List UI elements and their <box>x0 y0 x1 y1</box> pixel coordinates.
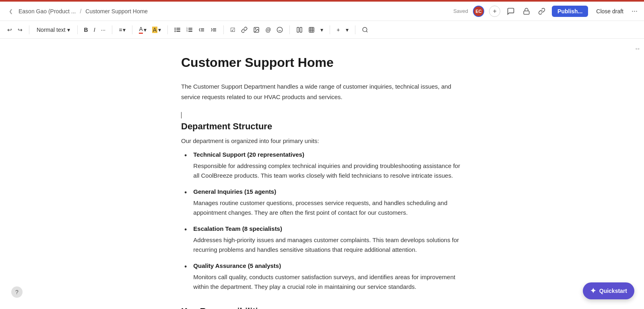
section-heading-responsibilities: Key Responsibilities <box>181 306 463 309</box>
italic-button[interactable]: I <box>91 25 98 35</box>
svg-rect-10 <box>188 29 192 30</box>
more-insert-group: + ▾ <box>334 25 351 35</box>
sep-4 <box>132 25 132 34</box>
redo-button[interactable]: ↪ <box>15 25 25 35</box>
align-chevron: ▾ <box>123 27 126 33</box>
list-item-content: Escalation Team (8 specialists) Addresse… <box>193 224 463 255</box>
breadcrumb-page[interactable]: Customer Support Home <box>85 8 148 15</box>
text-format-group: B I ··· <box>82 25 108 35</box>
sep-3 <box>112 25 112 34</box>
breadcrumb-separator: / <box>80 8 81 15</box>
section-heading-dept: Department Structure <box>181 121 463 132</box>
lock-icon[interactable] <box>521 6 532 17</box>
insert-plus-button[interactable]: + <box>334 25 342 35</box>
expand-handle[interactable]: ↔ <box>634 45 641 52</box>
sep-2 <box>77 25 78 34</box>
list-item-desc: Addresses high-priority issues and manag… <box>193 235 463 255</box>
font-color-chevron: ▾ <box>144 27 147 33</box>
emoji-button[interactable] <box>274 25 285 35</box>
list-item: Quality Assurance (5 analysts) Monitors … <box>184 261 463 292</box>
svg-rect-2 <box>176 28 180 29</box>
sep-8 <box>330 25 330 34</box>
list-item-desc: Responsible for addressing complex techn… <box>193 161 463 180</box>
list-item: General Inquiries (15 agents) Manages ro… <box>184 187 463 218</box>
quickstart-fab[interactable]: ✦ Quickstart <box>583 282 634 299</box>
text-style-dropdown[interactable]: Normal text ▾ <box>33 25 73 35</box>
undo-redo-group: ↩ ↪ <box>5 25 25 35</box>
bullet-list-button[interactable] <box>172 25 183 35</box>
link-icon[interactable] <box>537 6 547 17</box>
font-color-button[interactable]: A ▾ <box>136 24 149 35</box>
list-item-content: Technical Support (20 representatives) R… <box>193 150 463 180</box>
section-intro-dept: Our department is organized into four pr… <box>181 137 463 144</box>
svg-rect-24 <box>297 27 299 32</box>
search-toolbar-button[interactable] <box>359 25 371 35</box>
svg-rect-6 <box>176 31 180 32</box>
sep-7 <box>289 25 290 34</box>
toolbar: ↩ ↪ Normal text ▾ B I ··· ≡ ▾ A ▾ A ▾ <box>0 21 644 39</box>
section-dept-structure: Department Structure Our department is o… <box>181 121 463 292</box>
font-color-icon: A <box>139 26 142 34</box>
align-group: ≡ ▾ <box>116 25 128 35</box>
checkbox-button[interactable]: ☑ <box>228 25 238 35</box>
image-button[interactable] <box>251 25 262 35</box>
list-item-title: Technical Support (20 representatives) <box>193 150 463 160</box>
undo-button[interactable]: ↩ <box>5 25 14 35</box>
svg-rect-12 <box>188 31 192 32</box>
sep-6 <box>223 25 224 34</box>
sidebar-toggle-icon[interactable]: ❮ <box>6 7 15 16</box>
svg-point-5 <box>175 31 176 32</box>
document-title: Customer Support Home <box>181 55 463 70</box>
svg-rect-25 <box>300 27 302 32</box>
link-toolbar-button[interactable] <box>239 25 250 35</box>
help-button[interactable]: ? <box>11 286 23 298</box>
align-icon: ≡ <box>119 27 122 33</box>
more-format-button[interactable]: ··· <box>99 25 108 35</box>
breadcrumb-workspace[interactable]: Eason Gao (Product ... <box>19 8 76 15</box>
dept-structure-list: Technical Support (20 representatives) R… <box>181 150 463 292</box>
svg-point-1 <box>175 27 176 29</box>
close-draft-button[interactable]: Close draft <box>593 6 627 17</box>
more-options-button[interactable]: ··· <box>632 7 638 15</box>
outdent-button[interactable] <box>196 25 207 35</box>
list-item: Escalation Team (8 specialists) Addresse… <box>184 224 463 255</box>
table-group: ▾ <box>294 25 326 35</box>
align-button[interactable]: ≡ ▾ <box>116 25 128 35</box>
numbered-list-button[interactable]: 1.2.3. <box>184 25 195 35</box>
breadcrumb: ❮ Eason Gao (Product ... / Customer Supp… <box>6 7 148 16</box>
table-button[interactable] <box>306 25 317 35</box>
mention-button[interactable]: @ <box>263 25 273 35</box>
bold-button[interactable]: B <box>82 25 91 35</box>
table-chevron[interactable]: ▾ <box>318 25 326 35</box>
text-style-group: Normal text ▾ <box>33 25 73 35</box>
list-item: Technical Support (20 representatives) R… <box>184 150 463 180</box>
highlight-chevron: ▾ <box>158 27 161 33</box>
help-icon: ? <box>15 289 19 295</box>
insert-group: ☑ @ <box>228 25 285 35</box>
svg-text:3.: 3. <box>186 30 188 32</box>
text-cursor <box>181 112 182 118</box>
svg-point-20 <box>255 28 256 29</box>
svg-rect-0 <box>524 11 529 14</box>
svg-line-32 <box>366 31 367 32</box>
list-item-title: Escalation Team (8 specialists) <box>193 224 463 234</box>
add-collaborator-button[interactable]: + <box>489 6 500 17</box>
indent-button[interactable] <box>208 25 219 35</box>
highlight-icon: A <box>152 27 157 33</box>
document-intro: The Customer Support Department handles … <box>181 81 463 102</box>
list-group: 1.2.3. <box>172 25 219 35</box>
saved-status: Saved <box>453 8 468 14</box>
insert-chevron[interactable]: ▾ <box>343 25 351 35</box>
list-item-title: Quality Assurance (5 analysts) <box>193 261 463 271</box>
publish-button[interactable]: Publish... <box>552 6 588 17</box>
highlight-button[interactable]: A ▾ <box>150 25 163 35</box>
nav-actions: Saved EC + Publish... Close draft ··· <box>453 6 638 17</box>
editor-wrapper: Customer Support Home The Customer Suppo… <box>0 39 644 309</box>
column-button[interactable] <box>294 25 305 35</box>
editor-content[interactable]: Customer Support Home The Customer Suppo… <box>157 39 487 309</box>
quickstart-icon: ✦ <box>590 286 596 295</box>
comment-icon[interactable] <box>505 6 516 17</box>
sep-5 <box>167 25 168 34</box>
list-item-title: General Inquiries (15 agents) <box>193 187 463 197</box>
svg-rect-26 <box>309 27 314 32</box>
